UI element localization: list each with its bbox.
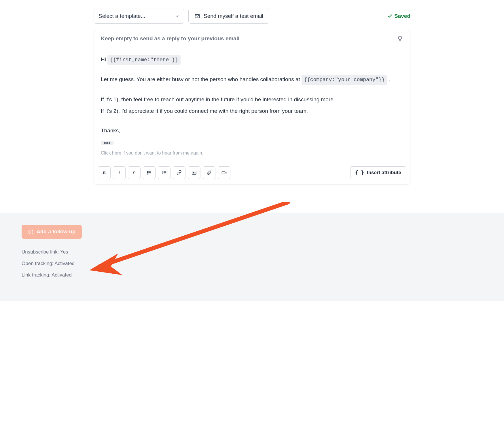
body-p2: If it's 1), then feel free to reach out …: [101, 95, 403, 104]
setting-value: Yes: [60, 249, 68, 255]
top-controls: Select a template... Send myself a test …: [78, 0, 426, 30]
email-editor: Keep empty to send as a reply to your pr…: [94, 30, 410, 184]
add-followup-label: Add a follow-up: [37, 229, 75, 235]
p1-prefix: Let me guess. You are either busy or not…: [101, 76, 302, 82]
signature-collapsed-icon[interactable]: [101, 141, 113, 145]
subject-placeholder: Keep empty to send as a reply to your pr…: [101, 35, 240, 42]
video-icon: [221, 170, 227, 175]
select-template-placeholder: Select a template...: [98, 13, 145, 19]
unsubscribe-line: Click here if you don't want to hear fro…: [101, 149, 403, 157]
setting-value: Activated: [52, 272, 72, 278]
svg-point-4: [147, 171, 148, 172]
tracking-settings: Unsubscribe link: Yes Open tracking: Act…: [22, 249, 482, 278]
send-test-email-button[interactable]: Send myself a test email: [188, 9, 269, 24]
footer-section: Add a follow-up Unsubscribe link: Yes Op…: [0, 213, 504, 301]
add-followup-button[interactable]: Add a follow-up: [22, 225, 82, 239]
greeting-suffix: ,: [182, 56, 183, 62]
unsubscribe-rest: if you don't want to hear from me again.: [121, 150, 203, 155]
send-test-label: Send myself a test email: [204, 13, 263, 19]
insert-attribute-label: Insert attribute: [367, 170, 401, 176]
company-tag[interactable]: {{company:"your company"}}: [302, 75, 387, 85]
setting-link-tracking: Link tracking: Activated: [22, 272, 482, 278]
svg-text:3: 3: [162, 173, 163, 175]
lightbulb-icon[interactable]: [397, 35, 403, 42]
link-icon: [177, 170, 182, 175]
bold-button[interactable]: B: [98, 166, 111, 179]
svg-point-5: [147, 172, 148, 173]
numbered-list-button[interactable]: 123: [158, 166, 170, 179]
chevron-down-icon: [175, 14, 179, 18]
paperclip-icon: [206, 170, 212, 175]
strikethrough-icon: S: [133, 171, 136, 175]
link-button[interactable]: [173, 166, 185, 179]
image-button[interactable]: [188, 166, 200, 179]
braces-icon: { }: [355, 170, 364, 176]
select-template-dropdown[interactable]: Select a template...: [94, 9, 184, 24]
svg-point-14: [193, 172, 194, 173]
svg-point-6: [147, 174, 148, 174]
setting-unsubscribe: Unsubscribe link: Yes: [22, 249, 482, 255]
email-body[interactable]: Hi {{first_name:"there"}} , Let me guess…: [94, 47, 410, 163]
bullet-list-icon: [147, 170, 152, 175]
bold-icon: B: [103, 171, 106, 175]
unsubscribe-link[interactable]: Click here: [101, 150, 121, 155]
mail-icon: [194, 13, 200, 19]
image-icon: [192, 170, 197, 175]
subject-row[interactable]: Keep empty to send as a reply to your pr…: [94, 30, 410, 47]
insert-attribute-button[interactable]: { } Insert attribute: [350, 166, 406, 179]
setting-value: Activated: [54, 261, 75, 266]
numbered-list-icon: 123: [162, 170, 167, 175]
first-name-tag[interactable]: {{first_name:"there"}}: [107, 55, 181, 65]
svg-rect-15: [222, 172, 225, 174]
check-icon: [387, 14, 393, 19]
saved-label: Saved: [394, 13, 410, 19]
italic-button[interactable]: I: [113, 166, 126, 179]
p1-suffix: .: [389, 76, 390, 82]
attachment-button[interactable]: [203, 166, 215, 179]
italic-icon: I: [119, 170, 120, 175]
bullet-list-button[interactable]: [143, 166, 156, 179]
setting-label: Unsubscribe link:: [22, 249, 59, 255]
video-button[interactable]: [218, 166, 230, 179]
body-p3: If it's 2), I'd appreciate it if you cou…: [101, 106, 403, 116]
setting-label: Open tracking:: [22, 261, 54, 266]
setting-label: Link tracking:: [22, 272, 50, 278]
strikethrough-button[interactable]: S: [128, 166, 141, 179]
plus-circle-icon: [28, 229, 34, 235]
format-toolbar: B I S 123 { } Insert: [94, 163, 410, 184]
saved-indicator: Saved: [387, 13, 410, 19]
setting-open-tracking: Open tracking: Activated: [22, 261, 482, 266]
greeting-prefix: Hi: [101, 56, 107, 62]
body-thanks: Thanks,: [101, 126, 403, 136]
